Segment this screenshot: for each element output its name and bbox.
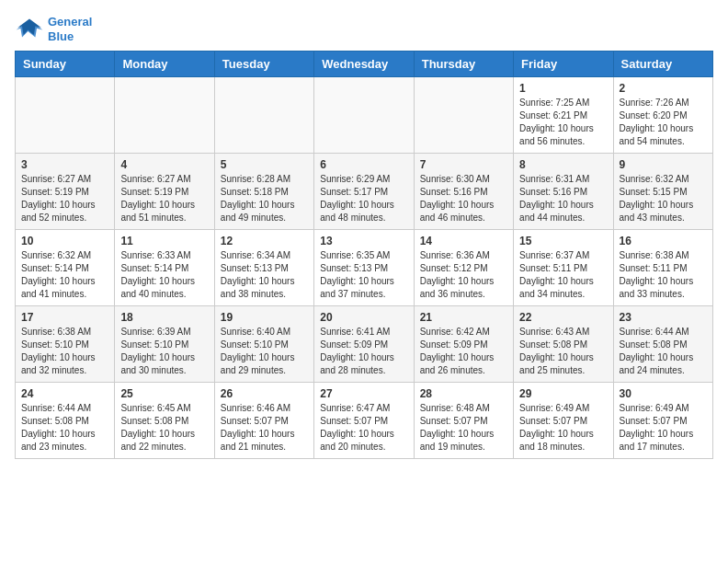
calendar-week-row: 17Sunrise: 6:38 AM Sunset: 5:10 PM Dayli… <box>16 306 713 383</box>
calendar-cell <box>314 77 414 154</box>
day-info: Sunrise: 6:28 AM Sunset: 5:18 PM Dayligh… <box>221 173 308 224</box>
calendar-cell: 12Sunrise: 6:34 AM Sunset: 5:13 PM Dayli… <box>214 230 313 306</box>
day-info: Sunrise: 6:39 AM Sunset: 5:10 PM Dayligh… <box>120 326 208 377</box>
day-number: 4 <box>120 158 208 171</box>
day-info: Sunrise: 6:36 AM Sunset: 5:12 PM Dayligh… <box>420 249 507 301</box>
day-info: Sunrise: 6:29 AM Sunset: 5:17 PM Dayligh… <box>320 173 407 224</box>
calendar-cell: 28Sunrise: 6:48 AM Sunset: 5:07 PM Dayli… <box>414 383 513 459</box>
day-number: 14 <box>420 235 507 247</box>
calendar-cell: 26Sunrise: 6:46 AM Sunset: 5:07 PM Dayli… <box>214 383 313 459</box>
logo: General Blue <box>15 15 92 43</box>
day-number: 24 <box>21 387 108 400</box>
day-number: 25 <box>120 387 208 400</box>
calendar-cell <box>414 77 513 154</box>
calendar-cell: 1Sunrise: 7:25 AM Sunset: 6:21 PM Daylig… <box>514 77 613 154</box>
weekday-header-thursday: Thursday <box>414 52 513 77</box>
calendar-cell <box>115 77 214 154</box>
day-info: Sunrise: 7:26 AM Sunset: 6:20 PM Dayligh… <box>620 97 707 148</box>
day-info: Sunrise: 6:31 AM Sunset: 5:16 PM Dayligh… <box>519 173 607 224</box>
day-number: 15 <box>519 235 607 247</box>
day-number: 29 <box>519 387 607 400</box>
day-info: Sunrise: 6:33 AM Sunset: 5:14 PM Dayligh… <box>120 249 208 301</box>
calendar-week-row: 3Sunrise: 6:27 AM Sunset: 5:19 PM Daylig… <box>16 154 713 230</box>
day-number: 12 <box>221 235 308 247</box>
day-info: Sunrise: 6:43 AM Sunset: 5:08 PM Dayligh… <box>519 326 607 377</box>
calendar-cell: 4Sunrise: 6:27 AM Sunset: 5:19 PM Daylig… <box>115 154 214 230</box>
calendar-header-row: SundayMondayTuesdayWednesdayThursdayFrid… <box>16 52 713 77</box>
calendar-cell <box>214 77 313 154</box>
calendar-cell: 29Sunrise: 6:49 AM Sunset: 5:07 PM Dayli… <box>514 383 613 459</box>
weekday-header-monday: Monday <box>115 52 214 77</box>
calendar-cell: 5Sunrise: 6:28 AM Sunset: 5:18 PM Daylig… <box>214 154 313 230</box>
day-info: Sunrise: 6:46 AM Sunset: 5:07 PM Dayligh… <box>221 402 308 454</box>
logo-text: General Blue <box>48 15 92 43</box>
page-header: General Blue <box>15 15 713 43</box>
calendar-cell: 11Sunrise: 6:33 AM Sunset: 5:14 PM Dayli… <box>115 230 214 306</box>
day-number: 13 <box>320 235 407 247</box>
weekday-header-wednesday: Wednesday <box>314 52 414 77</box>
day-info: Sunrise: 6:35 AM Sunset: 5:13 PM Dayligh… <box>320 249 407 301</box>
day-info: Sunrise: 6:47 AM Sunset: 5:07 PM Dayligh… <box>320 402 407 454</box>
day-number: 16 <box>620 235 707 247</box>
calendar-table: SundayMondayTuesdayWednesdayThursdayFrid… <box>15 51 713 459</box>
calendar-cell: 6Sunrise: 6:29 AM Sunset: 5:17 PM Daylig… <box>314 154 414 230</box>
calendar-cell: 9Sunrise: 6:32 AM Sunset: 5:15 PM Daylig… <box>613 154 712 230</box>
calendar-cell: 20Sunrise: 6:41 AM Sunset: 5:09 PM Dayli… <box>314 306 414 383</box>
day-number: 9 <box>620 158 707 171</box>
calendar-cell: 3Sunrise: 6:27 AM Sunset: 5:19 PM Daylig… <box>16 154 115 230</box>
day-info: Sunrise: 6:42 AM Sunset: 5:09 PM Dayligh… <box>420 326 507 377</box>
day-number: 17 <box>21 311 108 324</box>
day-info: Sunrise: 6:38 AM Sunset: 5:10 PM Dayligh… <box>21 326 108 377</box>
calendar-cell: 25Sunrise: 6:45 AM Sunset: 5:08 PM Dayli… <box>115 383 214 459</box>
day-info: Sunrise: 6:37 AM Sunset: 5:11 PM Dayligh… <box>519 249 607 301</box>
day-info: Sunrise: 6:41 AM Sunset: 5:09 PM Dayligh… <box>320 326 407 377</box>
day-info: Sunrise: 6:45 AM Sunset: 5:08 PM Dayligh… <box>120 402 208 454</box>
calendar-cell: 23Sunrise: 6:44 AM Sunset: 5:08 PM Dayli… <box>613 306 712 383</box>
day-number: 26 <box>221 387 308 400</box>
calendar-cell: 18Sunrise: 6:39 AM Sunset: 5:10 PM Dayli… <box>115 306 214 383</box>
day-info: Sunrise: 6:44 AM Sunset: 5:08 PM Dayligh… <box>620 326 707 377</box>
weekday-header-friday: Friday <box>514 52 613 77</box>
day-number: 10 <box>21 235 108 247</box>
calendar-cell: 19Sunrise: 6:40 AM Sunset: 5:10 PM Dayli… <box>214 306 313 383</box>
calendar-cell: 16Sunrise: 6:38 AM Sunset: 5:11 PM Dayli… <box>613 230 712 306</box>
calendar-cell <box>16 77 115 154</box>
day-number: 18 <box>120 311 208 324</box>
calendar-cell: 14Sunrise: 6:36 AM Sunset: 5:12 PM Dayli… <box>414 230 513 306</box>
day-info: Sunrise: 6:38 AM Sunset: 5:11 PM Dayligh… <box>620 249 707 301</box>
day-number: 1 <box>519 82 607 95</box>
day-number: 28 <box>420 387 507 400</box>
day-info: Sunrise: 6:48 AM Sunset: 5:07 PM Dayligh… <box>420 402 507 454</box>
day-number: 5 <box>221 158 308 171</box>
calendar-cell: 30Sunrise: 6:49 AM Sunset: 5:07 PM Dayli… <box>613 383 712 459</box>
weekday-header-sunday: Sunday <box>16 52 115 77</box>
day-number: 11 <box>120 235 208 247</box>
day-info: Sunrise: 6:27 AM Sunset: 5:19 PM Dayligh… <box>120 173 208 224</box>
calendar-cell: 13Sunrise: 6:35 AM Sunset: 5:13 PM Dayli… <box>314 230 414 306</box>
day-info: Sunrise: 6:40 AM Sunset: 5:10 PM Dayligh… <box>221 326 308 377</box>
calendar-cell: 10Sunrise: 6:32 AM Sunset: 5:14 PM Dayli… <box>16 230 115 306</box>
calendar-cell: 8Sunrise: 6:31 AM Sunset: 5:16 PM Daylig… <box>514 154 613 230</box>
day-number: 2 <box>620 82 707 95</box>
day-number: 3 <box>21 158 108 171</box>
calendar-week-row: 1Sunrise: 7:25 AM Sunset: 6:21 PM Daylig… <box>16 77 713 154</box>
day-info: Sunrise: 6:34 AM Sunset: 5:13 PM Dayligh… <box>221 249 308 301</box>
day-number: 6 <box>320 158 407 171</box>
day-number: 22 <box>519 311 607 324</box>
day-info: Sunrise: 6:32 AM Sunset: 5:15 PM Dayligh… <box>620 173 707 224</box>
day-number: 23 <box>620 311 707 324</box>
calendar-week-row: 10Sunrise: 6:32 AM Sunset: 5:14 PM Dayli… <box>16 230 713 306</box>
weekday-header-saturday: Saturday <box>613 52 712 77</box>
day-info: Sunrise: 6:32 AM Sunset: 5:14 PM Dayligh… <box>21 249 108 301</box>
day-number: 7 <box>420 158 507 171</box>
day-number: 20 <box>320 311 407 324</box>
day-info: Sunrise: 7:25 AM Sunset: 6:21 PM Dayligh… <box>519 97 607 148</box>
day-info: Sunrise: 6:30 AM Sunset: 5:16 PM Dayligh… <box>420 173 507 224</box>
calendar-cell: 7Sunrise: 6:30 AM Sunset: 5:16 PM Daylig… <box>414 154 513 230</box>
day-info: Sunrise: 6:49 AM Sunset: 5:07 PM Dayligh… <box>620 402 707 454</box>
calendar-cell: 22Sunrise: 6:43 AM Sunset: 5:08 PM Dayli… <box>514 306 613 383</box>
calendar-cell: 21Sunrise: 6:42 AM Sunset: 5:09 PM Dayli… <box>414 306 513 383</box>
day-number: 8 <box>519 158 607 171</box>
day-number: 21 <box>420 311 507 324</box>
day-info: Sunrise: 6:27 AM Sunset: 5:19 PM Dayligh… <box>21 173 108 224</box>
